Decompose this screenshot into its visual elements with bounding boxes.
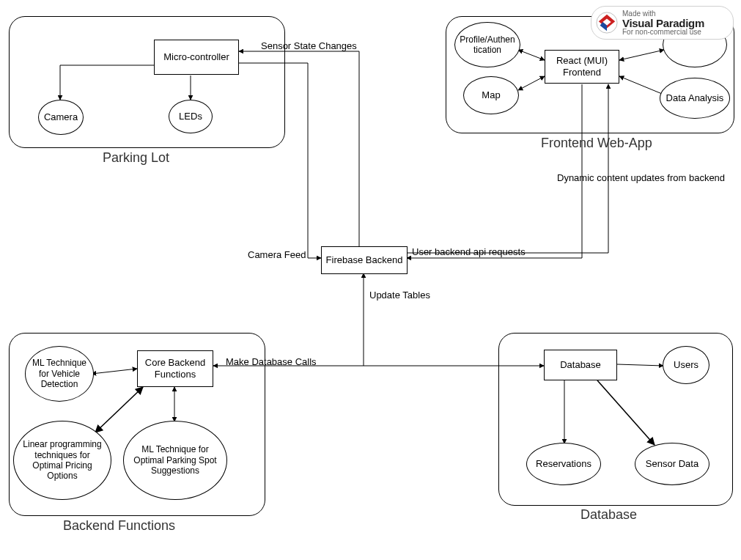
node-database: Database (544, 350, 617, 380)
watermark-text: Made with Visual Paradigm For non-commer… (622, 10, 704, 36)
node-label: ML Technique for Vehicle Detection (32, 358, 86, 389)
node-label: Reservations (536, 458, 591, 470)
watermark-badge: Made with Visual Paradigm For non-commer… (591, 6, 734, 40)
node-label: React (MUI) Frontend (556, 55, 608, 79)
edge-label-camera-feed: Camera Feed (248, 249, 306, 260)
watermark-title: Visual Paradigm (622, 18, 704, 29)
node-camera: Camera (38, 100, 84, 135)
group-label-database: Database (580, 507, 637, 523)
node-sensor-data: Sensor Data (635, 443, 709, 485)
node-label: LEDs (179, 111, 202, 122)
node-label: ML Technique for Optimal Parking Spot Su… (133, 444, 216, 476)
edge-label-user-api: User backend api requests (412, 246, 526, 257)
node-reservations: Reservations (526, 443, 601, 485)
edge-label-db-calls: Make Database Calls (226, 356, 317, 367)
group-label-frontend: Frontend Web-App (541, 136, 652, 151)
node-label: Linear programming techniques for Optima… (23, 439, 101, 482)
visual-paradigm-logo-icon (596, 12, 618, 34)
node-ml-parking: ML Technique for Optimal Parking Spot Su… (123, 421, 227, 500)
node-linear-prog: Linear programming techniques for Optima… (13, 421, 111, 500)
node-label: Core Backend Functions (145, 357, 205, 381)
node-profile-auth: Profile/Authen tication (454, 22, 520, 67)
node-firebase: Firebase Backend (321, 246, 408, 274)
node-label: Firebase Backend (326, 254, 403, 266)
edge-label-sensor-state: Sensor State Changes (261, 40, 357, 51)
node-leds: LEDs (169, 100, 213, 133)
node-core-backend: Core Backend Functions (137, 350, 213, 387)
node-label: Camera (44, 111, 78, 123)
node-label: Data Analysis (666, 92, 724, 104)
group-label-parking-lot: Parking Lot (103, 150, 169, 166)
watermark-line1: Made with (622, 10, 704, 18)
node-users: Users (663, 346, 709, 384)
node-label: Database (560, 359, 601, 371)
node-label: Micro-controller (163, 51, 229, 63)
node-label: Sensor Data (646, 458, 698, 470)
node-react-frontend: React (MUI) Frontend (545, 50, 619, 84)
node-data-analysis: Data Analysis (660, 78, 730, 119)
node-microcontroller: Micro-controller (154, 40, 239, 75)
diagram-canvas: Parking Lot Micro-controller Camera LEDs… (0, 0, 741, 560)
watermark-line3: For non-commercial use (622, 29, 704, 36)
node-map: Map (463, 76, 519, 114)
edge-label-dynamic: Dynamic content updates from backend (557, 172, 725, 183)
node-label: Users (674, 359, 698, 371)
node-label: Map (482, 89, 500, 101)
group-label-backend-fn: Backend Functions (63, 518, 175, 534)
node-ml-vehicle: ML Technique for Vehicle Detection (25, 346, 94, 402)
edge-label-update-tables: Update Tables (369, 290, 430, 301)
node-label: Profile/Authen tication (460, 34, 515, 56)
